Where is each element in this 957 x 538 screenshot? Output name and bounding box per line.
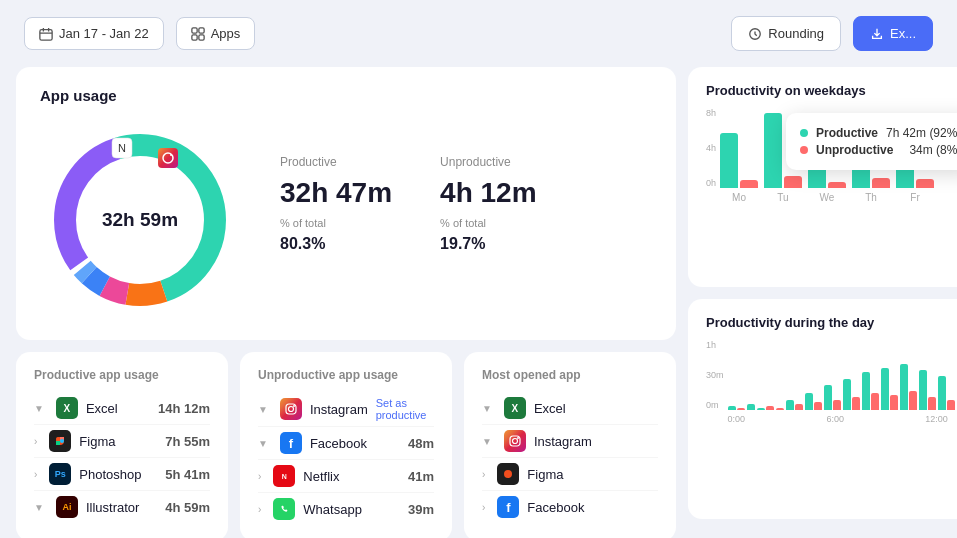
left-panel: App usage — [16, 67, 676, 519]
day-bars — [728, 340, 957, 410]
figma-icon — [497, 463, 519, 485]
unproductive-app-list: Unproductive app usage ▼ Instagram Set a… — [240, 352, 452, 538]
svg-point-30 — [293, 405, 295, 407]
tooltip-unproductive-value: 34m (8%) — [909, 143, 957, 157]
productive-pct-label: % of total — [280, 217, 392, 229]
date-range-label: Jan 17 - Jan 22 — [59, 26, 149, 41]
y-label: 8h — [706, 108, 716, 118]
chevron-down-icon: ▼ — [482, 403, 492, 414]
day-productive-bar — [824, 385, 832, 410]
app-name: Instagram — [310, 402, 368, 417]
svg-point-29 — [288, 407, 293, 412]
most-opened-card: Most opened app ▼ X Excel ▼ Instagram › — [464, 352, 676, 538]
day-unproductive-bar — [737, 408, 745, 410]
list-item: ▼ X Excel — [482, 392, 658, 425]
rounding-icon — [748, 27, 762, 41]
svg-point-16 — [170, 154, 172, 156]
app-time: 4h 59m — [165, 500, 210, 515]
most-opened-title: Most opened app — [482, 368, 658, 382]
svg-rect-4 — [199, 34, 204, 39]
unproductive-bar — [916, 179, 934, 188]
x-label: Fr — [896, 192, 934, 203]
productive-list-title: Productive app usage — [34, 368, 210, 382]
day-productive-bar — [919, 370, 927, 410]
day-y-labels: 1h 30m 0m — [706, 340, 724, 410]
weekday-y-labels: 8h 4h 0h — [706, 108, 716, 188]
list-item: ▼ Instagram Set as productive — [258, 392, 434, 427]
unproductive-stat-value: 4h 12m — [440, 177, 537, 209]
x-label: Th — [852, 192, 890, 203]
app-name: Instagram — [534, 434, 658, 449]
chevron-down-icon: ▼ — [34, 403, 44, 414]
app-name: Illustrator — [86, 500, 157, 515]
netflix-icon: N — [273, 465, 295, 487]
tooltip-unproductive-row: Unproductive 34m (8%) — [800, 143, 957, 157]
donut-chart: N — [40, 120, 240, 320]
x-label: 0:00 — [728, 414, 746, 424]
list-item: ▼ X Excel 14h 12m — [34, 392, 210, 425]
svg-rect-14 — [158, 148, 178, 168]
productive-stat: Productive 32h 47m % of total 80.3% — [280, 155, 392, 253]
day-productive-bar — [938, 376, 946, 410]
day-bar-group — [938, 376, 955, 410]
calendar-icon — [39, 27, 53, 41]
unproductive-bar — [872, 178, 890, 188]
day-bar-group — [805, 393, 822, 410]
day-productive-bar — [900, 364, 908, 410]
y-label: 30m — [706, 370, 724, 380]
unproductive-pct-label: % of total — [440, 217, 537, 229]
day-bar-group — [919, 370, 936, 410]
unproductive-list-title: Unproductive app usage — [258, 368, 434, 382]
app-name: Whatsapp — [303, 502, 400, 517]
svg-rect-2 — [199, 27, 204, 32]
productive-stat-value: 32h 47m — [280, 177, 392, 209]
instagram-icon — [504, 430, 526, 452]
bar-group — [720, 133, 758, 188]
svg-rect-1 — [192, 27, 197, 32]
figma-icon — [49, 430, 71, 452]
chevron-down-icon: ▼ — [258, 438, 268, 449]
svg-text:N: N — [118, 142, 126, 154]
chevron-right-icon: › — [258, 471, 261, 482]
unproductive-stat-label: Unproductive — [440, 155, 537, 169]
unproductive-bar — [828, 182, 846, 188]
day-chart-title: Productivity during the day — [706, 315, 957, 330]
date-range-button[interactable]: Jan 17 - Jan 22 — [24, 17, 164, 50]
export-button[interactable]: Ex... — [853, 16, 933, 51]
x-label: 6:00 — [826, 414, 844, 424]
day-productive-bar — [757, 408, 765, 410]
bottom-panels: Productive app usage ▼ X Excel 14h 12m ›… — [16, 352, 676, 538]
whatsapp-icon — [273, 498, 295, 520]
illustrator-icon: Ai — [56, 496, 78, 518]
chevron-down-icon: ▼ — [482, 436, 492, 447]
weekday-x-labels: MoTuWeThFr — [720, 192, 934, 203]
productive-bar — [764, 113, 782, 188]
set-as-productive-button[interactable]: Set as productive — [376, 397, 434, 421]
day-unproductive-bar — [928, 397, 936, 410]
unproductive-bar — [784, 176, 802, 188]
app-time: 39m — [408, 502, 434, 517]
svg-point-35 — [504, 470, 512, 478]
productive-app-list: Productive app usage ▼ X Excel 14h 12m ›… — [16, 352, 228, 538]
day-unproductive-bar — [833, 400, 841, 410]
chevron-right-icon: › — [258, 504, 261, 515]
svg-rect-24 — [56, 437, 60, 441]
photoshop-icon: Ps — [49, 463, 71, 485]
day-bar-group — [728, 406, 745, 410]
tooltip-productive-row: Productive 7h 42m (92%) — [800, 126, 957, 140]
day-productive-bar — [843, 379, 851, 410]
chevron-right-icon: › — [34, 469, 37, 480]
day-unproductive-bar — [795, 404, 803, 410]
stats-container: Productive 32h 47m % of total 80.3% Unpr… — [280, 155, 537, 253]
y-label: 4h — [706, 143, 716, 153]
right-panel: Productivity on weekdays 8h 4h 0h MoTuWe… — [688, 67, 957, 519]
day-bar-group — [747, 404, 755, 410]
main-content: App usage — [0, 67, 957, 535]
export-label: Ex... — [890, 26, 916, 41]
apps-button[interactable]: Apps — [176, 17, 256, 50]
day-bar-group — [843, 379, 860, 410]
app-name: Netflix — [303, 469, 400, 484]
day-unproductive-bar — [852, 397, 860, 410]
rounding-button[interactable]: Rounding — [731, 16, 841, 51]
day-productive-bar — [728, 406, 736, 410]
